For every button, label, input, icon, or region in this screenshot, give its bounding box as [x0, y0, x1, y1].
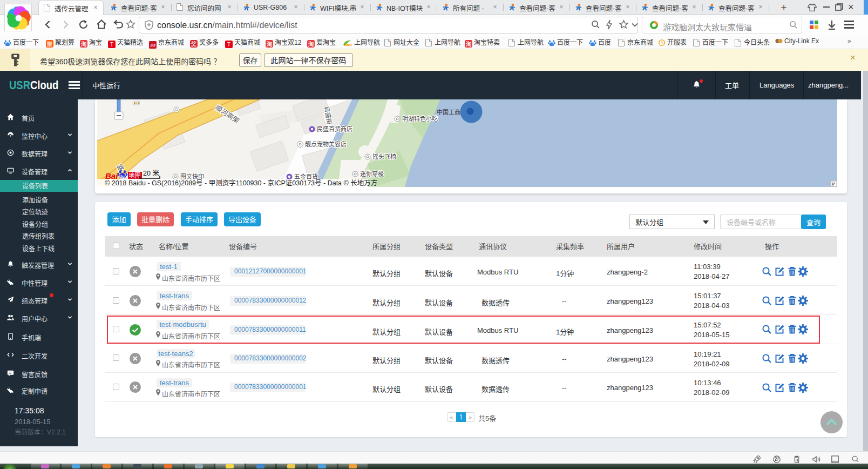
svg-text:hao: hao: [344, 42, 352, 46]
svg-text:摇头飞椅: 摇头飞椅: [372, 152, 396, 160]
svg-text:地图: 地图: [129, 171, 141, 179]
svg-text:Bai: Bai: [105, 171, 118, 180]
svg-text:明湖特色小吃: 明湖特色小吃: [402, 114, 438, 123]
svg-text:民盛百货商店: 民盛百货商店: [317, 124, 352, 133]
svg-text:靓点宠物美容店: 靓点宠物美容店: [305, 139, 347, 148]
svg-text:du: du: [119, 174, 125, 179]
svg-text:20 米: 20 米: [143, 168, 159, 178]
svg-text:迷你穿梭: 迷你穿梭: [360, 169, 384, 178]
